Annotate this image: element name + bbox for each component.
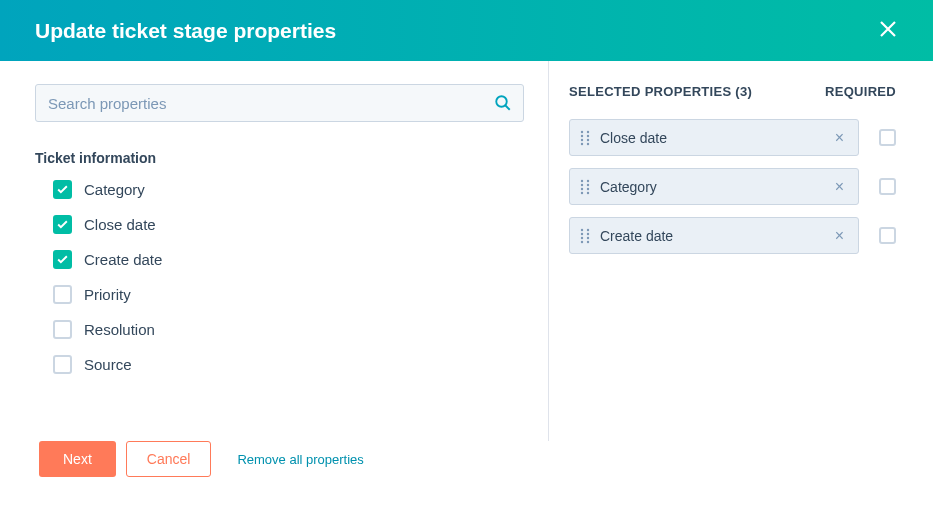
property-label: Priority <box>84 286 131 303</box>
selected-chip[interactable]: Create date× <box>569 217 859 254</box>
property-row: Priority <box>35 285 548 304</box>
drag-handle-icon[interactable] <box>580 130 590 146</box>
svg-point-13 <box>581 187 583 189</box>
svg-point-23 <box>581 240 583 242</box>
search-input[interactable] <box>35 84 524 122</box>
chip-label: Create date <box>600 228 831 244</box>
search-icon <box>494 94 512 112</box>
right-panel: SELECTED PROPERTIES (3) REQUIRED Close d… <box>548 61 933 441</box>
svg-point-11 <box>581 183 583 185</box>
svg-point-6 <box>587 138 589 140</box>
svg-point-15 <box>581 191 583 193</box>
svg-point-10 <box>587 179 589 181</box>
selected-row: Create date× <box>569 217 896 254</box>
remove-chip-button[interactable]: × <box>831 127 848 149</box>
property-checkbox[interactable] <box>53 320 72 339</box>
search-wrap <box>35 84 524 122</box>
property-label: Resolution <box>84 321 155 338</box>
property-label: Close date <box>84 216 156 233</box>
modal-footer: Next Cancel Remove all properties <box>0 441 933 477</box>
selected-row: Close date× <box>569 119 896 156</box>
svg-point-4 <box>587 134 589 136</box>
svg-point-14 <box>587 187 589 189</box>
selected-chip[interactable]: Close date× <box>569 119 859 156</box>
svg-point-7 <box>581 142 583 144</box>
svg-point-19 <box>581 232 583 234</box>
svg-point-1 <box>581 130 583 132</box>
property-label: Source <box>84 356 132 373</box>
property-row: Close date <box>35 215 548 234</box>
next-button[interactable]: Next <box>39 441 116 477</box>
svg-point-21 <box>581 236 583 238</box>
svg-point-18 <box>587 228 589 230</box>
required-checkbox[interactable] <box>879 129 896 146</box>
chip-label: Category <box>600 179 831 195</box>
property-row: Create date <box>35 250 548 269</box>
close-button[interactable] <box>871 10 905 52</box>
drag-handle-icon[interactable] <box>580 179 590 195</box>
selected-list: Close date×Category×Create date× <box>569 119 896 254</box>
svg-point-3 <box>581 134 583 136</box>
svg-point-22 <box>587 236 589 238</box>
svg-point-24 <box>587 240 589 242</box>
selected-chip[interactable]: Category× <box>569 168 859 205</box>
drag-handle-icon[interactable] <box>580 228 590 244</box>
required-label: REQUIRED <box>825 84 896 99</box>
property-label: Create date <box>84 251 162 268</box>
property-row: Source <box>35 355 548 374</box>
property-checkbox[interactable] <box>53 215 72 234</box>
selected-row: Category× <box>569 168 896 205</box>
property-list: CategoryClose dateCreate datePriorityRes… <box>35 180 548 374</box>
required-checkbox[interactable] <box>879 227 896 244</box>
property-row: Category <box>35 180 548 199</box>
svg-point-20 <box>587 232 589 234</box>
svg-point-8 <box>587 142 589 144</box>
property-row: Resolution <box>35 320 548 339</box>
remove-chip-button[interactable]: × <box>831 225 848 247</box>
svg-point-2 <box>587 130 589 132</box>
svg-point-9 <box>581 179 583 181</box>
property-checkbox[interactable] <box>53 180 72 199</box>
modal-title: Update ticket stage properties <box>35 19 336 43</box>
remove-chip-button[interactable]: × <box>831 176 848 198</box>
close-icon <box>879 20 897 38</box>
property-checkbox[interactable] <box>53 250 72 269</box>
svg-point-12 <box>587 183 589 185</box>
cancel-button[interactable]: Cancel <box>126 441 212 477</box>
remove-all-link[interactable]: Remove all properties <box>237 452 363 467</box>
svg-point-17 <box>581 228 583 230</box>
modal-header: Update ticket stage properties <box>0 0 933 61</box>
modal-body: Ticket information CategoryClose dateCre… <box>0 61 933 441</box>
property-checkbox[interactable] <box>53 285 72 304</box>
right-headers: SELECTED PROPERTIES (3) REQUIRED <box>569 84 896 99</box>
property-group-label: Ticket information <box>35 150 548 166</box>
required-checkbox[interactable] <box>879 178 896 195</box>
property-label: Category <box>84 181 145 198</box>
chip-label: Close date <box>600 130 831 146</box>
svg-point-0 <box>496 96 507 107</box>
left-panel: Ticket information CategoryClose dateCre… <box>0 61 548 441</box>
property-checkbox[interactable] <box>53 355 72 374</box>
svg-point-5 <box>581 138 583 140</box>
selected-count-label: SELECTED PROPERTIES (3) <box>569 84 752 99</box>
svg-point-16 <box>587 191 589 193</box>
